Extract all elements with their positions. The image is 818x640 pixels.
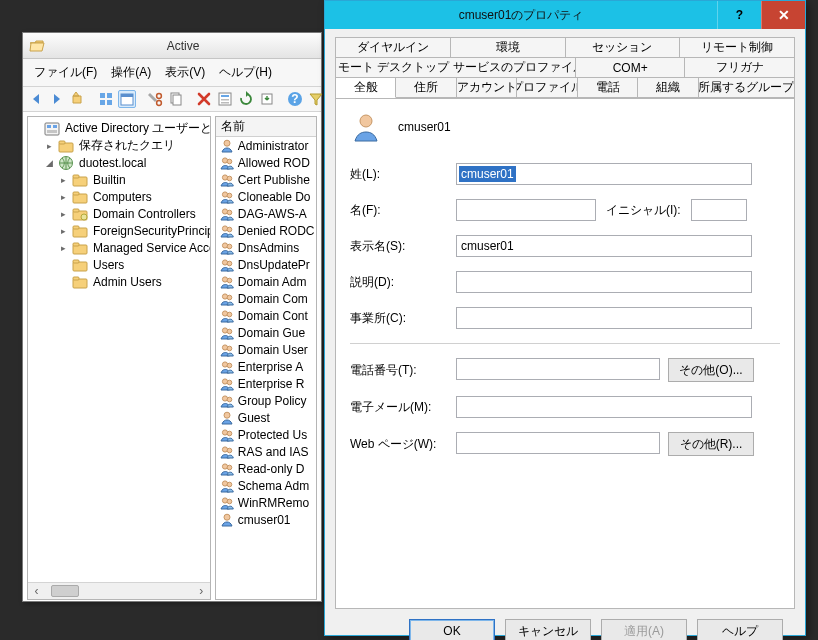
list-item[interactable]: Protected Us (216, 426, 316, 443)
help-button[interactable]: ヘルプ (697, 619, 783, 640)
list-item[interactable]: Enterprise R (216, 375, 316, 392)
list-item[interactable]: cmuser01 (216, 511, 316, 528)
dialog-help-icon[interactable]: ? (717, 1, 761, 29)
tree-domain[interactable]: ◢ duotest.local (30, 154, 208, 171)
copy-icon[interactable] (167, 90, 185, 108)
list-item[interactable]: Denied RODC (216, 222, 316, 239)
office-field[interactable] (456, 307, 752, 329)
export-icon[interactable] (258, 90, 276, 108)
expander-icon[interactable]: ▸ (58, 242, 69, 253)
list-item[interactable]: Group Policy (216, 392, 316, 409)
expander-icon[interactable] (58, 276, 69, 287)
cancel-button[interactable]: キャンセル (505, 619, 591, 640)
tree-hscroll[interactable]: ‹ › (28, 582, 210, 599)
expander-icon[interactable]: ◢ (44, 157, 55, 168)
forward-icon[interactable] (48, 90, 66, 108)
first-name-field[interactable] (456, 199, 596, 221)
list-item[interactable]: Cloneable Do (216, 188, 316, 205)
tree-admin-users[interactable]: Admin Users (30, 273, 208, 290)
list-item[interactable]: Read-only D (216, 460, 316, 477)
menu-help[interactable]: ヘルプ(H) (214, 62, 277, 83)
tab-furigana[interactable]: フリガナ (685, 58, 794, 78)
list-item[interactable]: DAG-AWS-A (216, 205, 316, 222)
scroll-track[interactable] (45, 583, 193, 599)
tab-remotectl[interactable]: リモート制御 (680, 38, 794, 58)
list-header-name[interactable]: 名前 (216, 117, 316, 137)
list-item[interactable]: Domain User (216, 341, 316, 358)
tree-saved-queries[interactable]: ▸ 保存されたクエリ (30, 137, 208, 154)
aduc-titlebar[interactable]: Active (23, 33, 321, 59)
delete-icon[interactable] (195, 90, 213, 108)
dialog-close-icon[interactable]: ✕ (761, 1, 805, 29)
web-other-button[interactable]: その他(R)... (668, 432, 754, 456)
tree-users[interactable]: Users (30, 256, 208, 273)
email-field[interactable] (456, 396, 752, 418)
expander-icon[interactable]: ▸ (58, 191, 69, 202)
description-field[interactable] (456, 271, 752, 293)
scroll-right-icon[interactable]: › (193, 583, 210, 599)
list-item[interactable]: Cert Publishe (216, 171, 316, 188)
list-item[interactable]: Domain Com (216, 290, 316, 307)
tree-fsp[interactable]: ▸ ForeignSecurityPrincip (30, 222, 208, 239)
list-item[interactable]: Domain Cont (216, 307, 316, 324)
tab-general[interactable]: 全般 (336, 78, 396, 98)
tab-env[interactable]: 環境 (451, 38, 566, 58)
tab-complus[interactable]: COM+ (576, 58, 686, 78)
tab-org[interactable]: 組織 (638, 78, 698, 98)
expander-icon[interactable]: ▸ (44, 140, 55, 151)
tab-address[interactable]: 住所 (396, 78, 456, 98)
expander-icon[interactable] (58, 259, 69, 270)
tab-account[interactable]: アカウント (457, 78, 517, 98)
list-item[interactable]: Schema Adm (216, 477, 316, 494)
tree-root[interactable]: Active Directory ユーザーとコン (30, 120, 208, 137)
list-item[interactable]: Domain Gue (216, 324, 316, 341)
scroll-thumb[interactable] (51, 585, 79, 597)
cut-icon[interactable] (146, 90, 164, 108)
filter-icon[interactable] (307, 90, 325, 108)
tab-tel[interactable]: 電話 (578, 78, 638, 98)
menu-view[interactable]: 表示(V) (160, 62, 210, 83)
phone-field[interactable] (456, 358, 660, 380)
detail-icon[interactable] (118, 90, 136, 108)
grid-icon[interactable] (97, 90, 115, 108)
properties-icon[interactable] (216, 90, 234, 108)
display-name-field[interactable] (456, 235, 752, 257)
ok-button[interactable]: OK (409, 619, 495, 640)
list-item[interactable]: DnsUpdatePr (216, 256, 316, 273)
expander-icon[interactable] (30, 123, 41, 134)
expander-icon[interactable]: ▸ (58, 208, 69, 219)
last-name-field[interactable]: cmuser01 (456, 163, 752, 185)
expander-icon[interactable]: ▸ (58, 174, 69, 185)
list-item[interactable]: Allowed ROD (216, 154, 316, 171)
menu-file[interactable]: ファイル(F) (29, 62, 102, 83)
list-item[interactable]: Enterprise A (216, 358, 316, 375)
list-item[interactable]: DnsAdmins (216, 239, 316, 256)
scroll-left-icon[interactable]: ‹ (28, 583, 45, 599)
expander-icon[interactable]: ▸ (58, 225, 69, 236)
up-icon[interactable] (69, 90, 87, 108)
tree-computers[interactable]: ▸ Computers (30, 188, 208, 205)
list-pane[interactable]: 名前 AdministratorAllowed RODCert Publishe… (215, 116, 317, 600)
list-item[interactable]: WinRMRemo (216, 494, 316, 511)
tab-rds-profile[interactable]: リモート デスクトップ サービスのプロファイル (336, 58, 576, 78)
list-item[interactable]: Domain Adm (216, 273, 316, 290)
tree-msa[interactable]: ▸ Managed Service Acco (30, 239, 208, 256)
tree-builtin[interactable]: ▸ Builtin (30, 171, 208, 188)
menu-action[interactable]: 操作(A) (106, 62, 156, 83)
tab-memberof[interactable]: 所属するグループ (699, 78, 794, 98)
refresh-icon[interactable] (237, 90, 255, 108)
list-item[interactable]: Guest (216, 409, 316, 426)
apply-button[interactable]: 適用(A) (601, 619, 687, 640)
dialog-titlebar[interactable]: cmuser01のプロパティ ? ✕ (325, 1, 805, 29)
initial-field[interactable] (691, 199, 747, 221)
phone-other-button[interactable]: その他(O)... (668, 358, 754, 382)
help-icon[interactable] (286, 90, 304, 108)
list-item[interactable]: RAS and IAS (216, 443, 316, 460)
tree-pane[interactable]: Active Directory ユーザーとコン ▸ 保存されたクエリ ◢ du… (27, 116, 211, 600)
back-icon[interactable] (27, 90, 45, 108)
tab-profile[interactable]: プロファイル (517, 78, 577, 98)
tab-session[interactable]: セッション (566, 38, 681, 58)
tree-domain-controllers[interactable]: ▸ Domain Controllers (30, 205, 208, 222)
list-item[interactable]: Administrator (216, 137, 316, 154)
tab-dialin[interactable]: ダイヤルイン (336, 38, 451, 58)
